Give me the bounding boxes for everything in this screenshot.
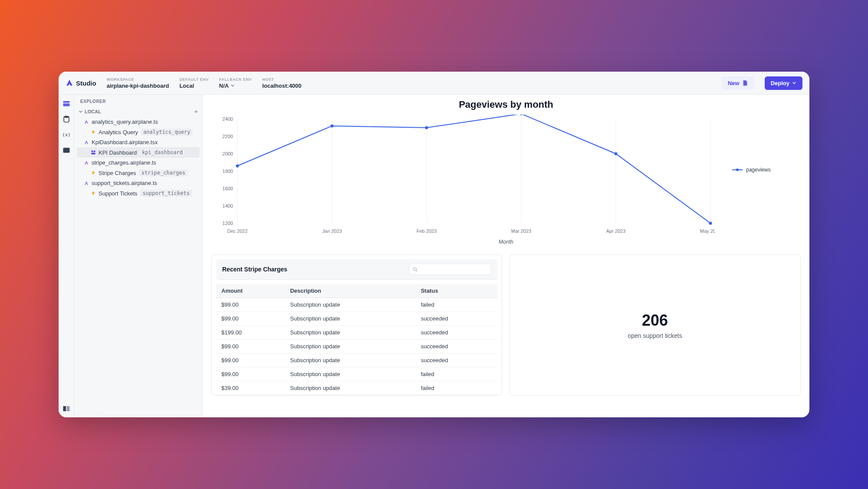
chevron-down-icon xyxy=(792,81,796,85)
host-label: HOST xyxy=(262,77,301,82)
svg-text:1200: 1200 xyxy=(223,221,233,226)
pageviews-chart: 1200140016001800200022002400Dec 2022Jan … xyxy=(211,115,715,236)
chevron-down-icon xyxy=(79,109,83,114)
svg-rect-6 xyxy=(66,406,69,411)
host-value: localhost:4000 xyxy=(262,83,301,89)
svg-text:Apr 2023: Apr 2023 xyxy=(606,228,626,234)
explorer-sidebar: EXPLORER LOCAL + analytics_query.airplan… xyxy=(74,95,203,417)
svg-point-2 xyxy=(64,116,69,118)
svg-text:May 2023: May 2023 xyxy=(700,228,715,234)
titlebar: Studio WORKSPACE airplane-kpi-dashboard … xyxy=(59,72,809,95)
svg-text:1400: 1400 xyxy=(223,203,233,208)
table-search[interactable] xyxy=(409,264,491,275)
deploy-button[interactable]: Deploy xyxy=(765,76,802,90)
svg-text:2200: 2200 xyxy=(223,134,233,139)
fallback-env-label: FALLBACK ENV xyxy=(219,77,252,82)
workspace-value: airplane-kpi-dashboard xyxy=(107,83,169,89)
svg-rect-8 xyxy=(94,151,95,152)
app-name: Studio xyxy=(76,79,96,87)
svg-point-31 xyxy=(425,126,428,129)
add-file-icon[interactable]: + xyxy=(194,108,198,115)
svg-text:Mar 2023: Mar 2023 xyxy=(511,228,531,234)
svg-point-29 xyxy=(236,165,239,168)
file-item[interactable]: KpiDashboard.airplane.tsx xyxy=(74,137,202,147)
svg-text:Feb 2023: Feb 2023 xyxy=(417,228,437,234)
variables-icon[interactable]: (x) xyxy=(62,130,71,139)
svg-point-32 xyxy=(520,115,523,116)
local-section-header[interactable]: LOCAL + xyxy=(74,106,202,117)
host-group[interactable]: HOST localhost:4000 xyxy=(262,77,301,89)
chart-title: Pageviews by month xyxy=(211,99,801,110)
support-tickets-panel: 206 open support tickets xyxy=(509,254,801,396)
table-row[interactable]: $99.00Subscription updatesucceeded xyxy=(216,354,497,367)
table-row[interactable]: $99.00Subscription updatesucceeded xyxy=(216,312,497,326)
file-item[interactable]: support_tickets.airplane.ts xyxy=(74,178,202,188)
task-item[interactable]: KPI Dashboard kpi_dashboard xyxy=(77,147,200,158)
table-header: Recent Stripe Charges xyxy=(216,259,497,280)
panels-icon[interactable] xyxy=(62,404,71,413)
panels-row: Recent Stripe Charges AmountDescriptionS… xyxy=(211,254,801,396)
svg-text:2400: 2400 xyxy=(223,116,233,122)
fallback-env-value: N/A xyxy=(219,83,252,89)
explorer-icon[interactable] xyxy=(62,99,71,108)
new-button[interactable]: New xyxy=(722,76,754,90)
app-window: Studio WORKSPACE airplane-kpi-dashboard … xyxy=(59,72,809,417)
logo-icon xyxy=(66,79,73,87)
search-icon xyxy=(413,267,418,272)
legend-swatch xyxy=(732,169,743,170)
task-item[interactable]: Stripe Charges stripe_charges xyxy=(74,168,202,178)
svg-text:Jan 2023: Jan 2023 xyxy=(322,228,342,234)
table-row[interactable]: $39.00Subscription updatefailed xyxy=(216,381,497,395)
legend-label: pageviews xyxy=(746,167,771,173)
chart-xlabel: Month xyxy=(211,239,801,245)
table-row[interactable]: $99.00Subscription updatefailed xyxy=(216,367,497,381)
table-column-header[interactable]: Description xyxy=(285,284,415,298)
stat-value: 206 xyxy=(642,311,668,330)
svg-text:2000: 2000 xyxy=(223,151,233,156)
file-item[interactable]: stripe_charges.airplane.ts xyxy=(74,158,202,168)
table-row[interactable]: $199.00Subscription updatesucceeded xyxy=(216,326,497,340)
chart-legend: pageviews xyxy=(732,167,771,173)
task-item[interactable]: Support Tickets support_tickets xyxy=(74,188,202,198)
main-content: Pageviews by month 120014001600180020002… xyxy=(203,95,809,417)
file-tree: analytics_query.airplane.tsAnalytics Que… xyxy=(74,117,202,198)
workspace-label: WORKSPACE xyxy=(107,77,169,82)
svg-rect-0 xyxy=(63,101,69,102)
svg-text:(x): (x) xyxy=(62,132,71,138)
database-icon[interactable] xyxy=(62,115,71,123)
terminal-icon[interactable] xyxy=(62,146,71,155)
svg-point-34 xyxy=(709,222,712,225)
svg-rect-7 xyxy=(92,151,93,152)
fallback-env-group[interactable]: FALLBACK ENV N/A xyxy=(219,77,252,89)
table-column-header[interactable]: Amount xyxy=(216,284,285,298)
svg-rect-5 xyxy=(63,406,66,411)
default-env-label: DEFAULT ENV xyxy=(179,77,208,82)
svg-point-33 xyxy=(615,152,618,155)
svg-text:1800: 1800 xyxy=(223,169,233,174)
new-file-icon xyxy=(742,80,748,86)
explorer-header: EXPLORER xyxy=(74,95,202,106)
table-header-row: AmountDescriptionStatus xyxy=(216,284,497,298)
table-title: Recent Stripe Charges xyxy=(222,266,287,273)
table-row[interactable]: $99.00Subscription updatesucceeded xyxy=(216,340,497,354)
workspace-group[interactable]: WORKSPACE airplane-kpi-dashboard xyxy=(107,77,169,89)
table-column-header[interactable]: Status xyxy=(416,284,497,298)
svg-rect-4 xyxy=(63,148,69,153)
svg-point-35 xyxy=(414,268,417,271)
charges-table: AmountDescriptionStatus $99.00Subscripti… xyxy=(216,284,497,395)
chevron-down-icon xyxy=(230,83,235,88)
svg-text:1600: 1600 xyxy=(223,186,233,191)
app-logo: Studio xyxy=(66,79,96,87)
svg-point-30 xyxy=(331,125,334,128)
activity-bar: (x) xyxy=(59,95,74,417)
file-item[interactable]: analytics_query.airplane.ts xyxy=(74,117,202,127)
default-env-value: Local xyxy=(179,83,208,89)
table-row[interactable]: $99.00Subscription updatefailed xyxy=(216,298,497,312)
svg-rect-1 xyxy=(63,103,69,106)
default-env-group[interactable]: DEFAULT ENV Local xyxy=(179,77,208,89)
svg-text:Dec 2022: Dec 2022 xyxy=(227,228,247,234)
task-item[interactable]: Analytics Query analytics_query xyxy=(74,127,202,137)
search-input[interactable] xyxy=(421,266,487,272)
stat-label: open support tickets xyxy=(628,332,682,339)
chart-container: 1200140016001800200022002400Dec 2022Jan … xyxy=(211,115,801,236)
